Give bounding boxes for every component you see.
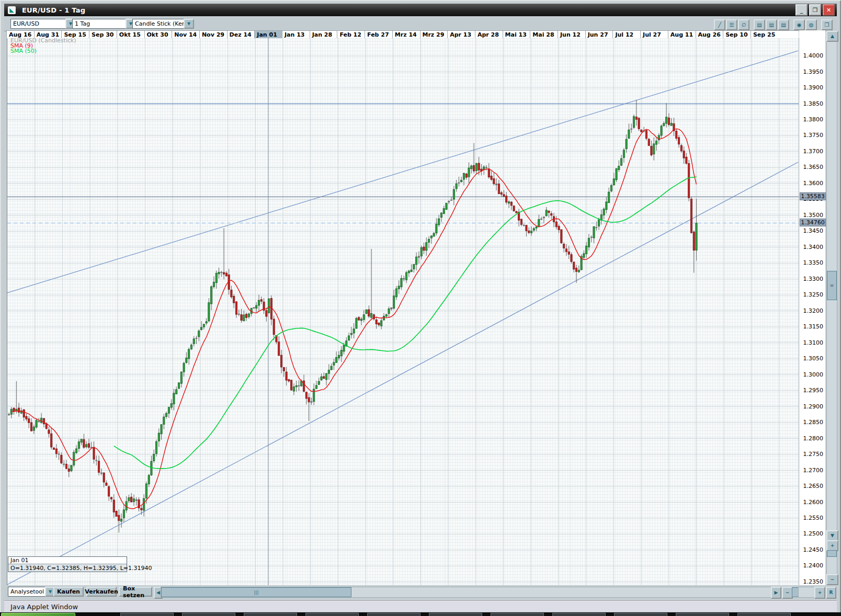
price-axis-label: 1.3450	[799, 227, 823, 234]
vertical-zoom-in-button[interactable]: +	[826, 540, 838, 551]
period-value: 1 Tag	[72, 19, 126, 29]
price-axis-label: 1.3500	[799, 212, 823, 219]
price-axis-label: 1.3850	[799, 100, 823, 107]
restore-button[interactable]: ❐	[809, 4, 821, 16]
taskbar-window-button[interactable]	[305, 613, 359, 616]
price-axis-label: 1.4000	[799, 52, 823, 59]
grid-wide-icon[interactable]: ▤	[778, 19, 789, 30]
circle-solid-icon[interactable]: ◉	[793, 19, 805, 30]
grid-medium-icon[interactable]: ▤	[766, 19, 777, 30]
price-axis-label: 1.2950	[799, 387, 823, 394]
window-title: EUR/USD - 1 Tag	[22, 6, 85, 14]
fibonacci-lines-icon[interactable]: ☰	[726, 19, 737, 30]
java-applet-banner: Java Applet Window	[4, 600, 837, 612]
last-price-badge: 1.35583	[800, 192, 826, 200]
horizontal-zoom-track[interactable]	[798, 587, 815, 598]
analysetool-value: Analysetool	[8, 587, 45, 597]
taskbar-window-button[interactable]	[737, 613, 791, 616]
x-axis-label: Jun 12	[558, 31, 585, 38]
x-axis-label: Aug 11	[668, 31, 696, 38]
reset-view-button[interactable]: R	[826, 587, 836, 599]
price-axis-label: 1.2450	[799, 546, 823, 553]
candlestick-chart[interactable]	[7, 38, 799, 585]
price-axis-label: 1.3000	[799, 371, 823, 378]
price-axis-label: 1.2550	[799, 515, 823, 521]
scroll-down-icon[interactable]: ▼	[826, 530, 838, 541]
clear-drawings-icon[interactable]: ∅	[738, 19, 749, 30]
title-bar[interactable]: ◣ EUR/USD - 1 Tag _ ❐ ✕	[4, 4, 837, 16]
taskbar-window-button[interactable]	[244, 613, 297, 616]
x-axis-label: Mai 28	[530, 31, 558, 38]
scroll-right-icon[interactable]: ▶	[771, 587, 781, 599]
x-axis-label: Jul 27	[640, 31, 668, 38]
x-axis-label: Mrz 29	[420, 31, 448, 38]
price-axis-label: 1.2500	[799, 530, 823, 537]
taskbar-window-button[interactable]	[120, 613, 174, 616]
vertical-scrollbar[interactable]	[826, 31, 837, 584]
price-axis-label: 1.3800	[799, 116, 823, 123]
scroll-up-icon[interactable]: ▲	[826, 31, 838, 42]
x-axis-label: Nov 29	[199, 31, 227, 38]
x-axis-label: Okt 30	[144, 31, 172, 38]
toolbar-icon-group: ╱☰∅▤▤▤◉◍❐	[714, 19, 833, 30]
price-axis-label: 1.3650	[799, 164, 823, 170]
buy-button[interactable]: Kaufen	[53, 587, 84, 597]
price-axis-label: 1.2600	[799, 499, 823, 506]
price-axis-label: 1.3350	[799, 259, 823, 266]
horizontal-scroll-thumb[interactable]: |||	[161, 587, 351, 597]
draw-line-icon[interactable]: ╱	[714, 19, 725, 30]
vertical-zoom-thumb[interactable]	[827, 550, 837, 557]
symbol-select[interactable]: EUR/USD ▼	[10, 19, 76, 29]
price-axis-label: 1.3600	[799, 180, 823, 187]
price-axis-label: 1.2800	[799, 435, 823, 442]
taskbar-window-button[interactable]	[182, 613, 235, 616]
price-axis-label: 1.3050	[799, 355, 823, 362]
taskbar-window-button[interactable]	[491, 613, 544, 616]
start-button[interactable]	[1, 613, 75, 616]
charttype-dropdown-arrow-icon[interactable]: ▼	[184, 19, 194, 29]
set-box-button[interactable]: Box setzen	[119, 587, 152, 597]
taskbar-window-button[interactable]	[676, 613, 729, 616]
minimize-button[interactable]: _	[795, 4, 808, 16]
x-axis-label: Apr 13	[447, 31, 475, 38]
last-price-badge: 1.34760	[800, 219, 826, 226]
x-axis-label: Sep 25	[751, 31, 778, 38]
application-window: ◣ EUR/USD - 1 Tag _ ❐ ✕ EUR/USD ▼ 1 Tag …	[0, 0, 841, 613]
price-axis-label: 1.2850	[799, 419, 823, 426]
x-axis-label: Jan 13	[282, 31, 310, 38]
sell-button[interactable]: Verkaufen	[86, 587, 117, 597]
price-axis-label: 1.3200	[799, 307, 823, 314]
symbol-value: EUR/USD	[10, 19, 65, 29]
price-axis-label: 1.2350	[799, 578, 823, 585]
circle-hatched-icon[interactable]: ◍	[805, 19, 817, 30]
x-axis-label: Dez 14	[227, 31, 255, 38]
analysetool-select[interactable]: Analysetool ▼	[8, 587, 55, 597]
taskbar	[0, 612, 841, 616]
x-axis-label: Mai 13	[503, 31, 530, 38]
period-select[interactable]: 1 Tag ▼	[72, 19, 136, 29]
taskbar-window-button[interactable]	[429, 613, 482, 616]
x-axis-label: Nov 14	[172, 31, 199, 38]
taskbar-window-button[interactable]	[614, 613, 667, 616]
horizontal-zoom-out-button[interactable]: −	[782, 587, 793, 599]
chart-toolbar: EUR/USD ▼ 1 Tag ▼ Candle Stick (Kerze ▼ …	[4, 17, 837, 31]
x-axis-label: Feb 12	[337, 31, 365, 38]
taskbar-window-button[interactable]	[552, 613, 606, 616]
x-axis-label: Jan 01	[254, 31, 282, 38]
price-axis-label: 1.3300	[799, 276, 823, 282]
x-axis-label: Sep 10	[723, 31, 751, 38]
horizontal-zoom-in-button[interactable]: +	[814, 587, 825, 599]
vertical-scroll-thumb[interactable]: ≡	[827, 271, 837, 300]
price-axis: 1.40001.39501.39001.38501.38001.37501.37…	[799, 30, 825, 585]
taskbar-window-button[interactable]	[367, 613, 420, 616]
cascade-window-icon[interactable]: ❐	[821, 19, 833, 30]
chart-plot-area[interactable]: EUR/USD (Candlestick) SMA (9) SMA (50)	[7, 38, 799, 585]
x-axis-label: Okt 15	[117, 31, 144, 38]
charttype-select[interactable]: Candle Stick (Kerze ▼	[132, 19, 194, 29]
info-box-date: Jan 01	[8, 557, 127, 564]
vertical-zoom-out-button[interactable]: −	[826, 574, 838, 585]
grid-dense-icon[interactable]: ▤	[754, 19, 765, 30]
chart-legend: EUR/USD (Candlestick) SMA (9) SMA (50)	[10, 38, 76, 54]
close-button[interactable]: ✕	[823, 4, 835, 16]
x-axis-label: Jan 28	[310, 31, 337, 38]
